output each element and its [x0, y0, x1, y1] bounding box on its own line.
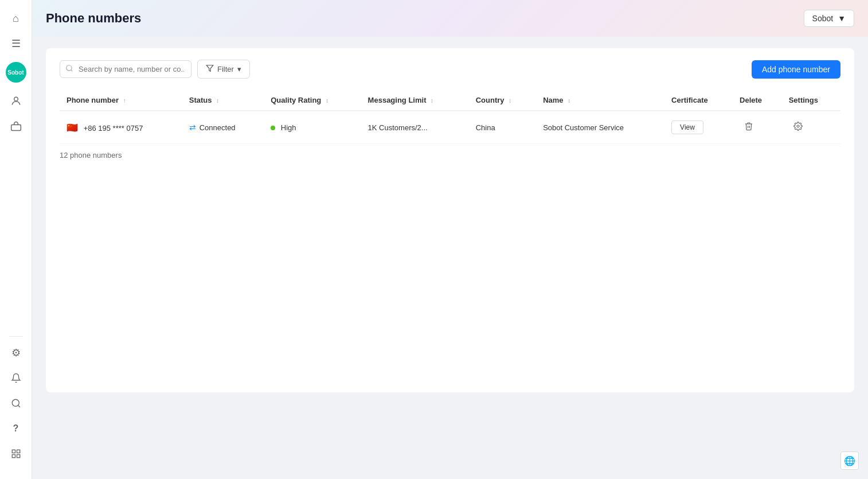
phone-count-label: 12 phone numbers	[60, 151, 840, 159]
row-settings-button[interactable]	[789, 119, 807, 135]
cell-status: ⇄ Connected	[182, 111, 264, 144]
phone-number-value: +86 195 **** 0757	[84, 124, 143, 133]
svg-point-0	[14, 97, 18, 101]
add-phone-number-button[interactable]: Add phone number	[752, 60, 840, 79]
col-certificate: Certificate	[664, 90, 733, 111]
globe-icon[interactable]: 🌐	[840, 451, 859, 470]
svg-point-7	[67, 65, 72, 71]
main-content: Phone numbers Sobot ▼	[32, 0, 868, 479]
settings-icon[interactable]: ⚙	[5, 341, 28, 364]
col-delete: Delete	[733, 90, 782, 111]
svg-rect-4	[17, 450, 19, 453]
contacts-icon[interactable]	[5, 89, 28, 112]
col-status: Status ↕	[182, 90, 264, 111]
menu-icon[interactable]: ☰	[5, 32, 28, 55]
quality-value: High	[281, 123, 296, 132]
svg-point-2	[12, 399, 19, 406]
table-header-row: Phone number ↑ Status ↕ Quality Rating ↕	[60, 90, 840, 111]
phone-numbers-table: Phone number ↑ Status ↕ Quality Rating ↕	[60, 90, 840, 144]
sort-quality-icon[interactable]: ↕	[326, 98, 329, 104]
sort-status-icon[interactable]: ↕	[216, 98, 219, 104]
col-country: Country ↕	[469, 90, 536, 111]
cell-phone-number: 🇨🇳 +86 195 **** 0757	[60, 111, 182, 144]
search-bottom-icon[interactable]	[5, 392, 28, 415]
cell-delete	[733, 111, 782, 144]
user-name: Sobot	[812, 14, 834, 23]
col-settings: Settings	[782, 90, 840, 111]
dropdown-chevron-icon: ▼	[838, 14, 846, 23]
view-certificate-button[interactable]: View	[671, 120, 703, 134]
col-name: Name ↕	[536, 90, 664, 111]
user-dropdown-button[interactable]: Sobot ▼	[804, 10, 854, 27]
header: Phone numbers Sobot ▼	[32, 0, 868, 37]
col-phone-number: Phone number ↑	[60, 90, 182, 111]
filter-chevron-icon: ▾	[237, 65, 241, 73]
cell-settings	[782, 111, 840, 144]
cell-quality-rating: High	[264, 111, 361, 144]
connected-status-icon: ⇄	[189, 123, 196, 132]
home-icon[interactable]: ⌂	[5, 7, 28, 30]
search-input[interactable]	[60, 60, 191, 78]
filter-label: Filter	[217, 65, 234, 73]
col-quality-rating: Quality Rating ↕	[264, 90, 361, 111]
avatar[interactable]: Sobot	[6, 62, 26, 83]
sort-messaging-icon[interactable]: ↕	[431, 98, 433, 104]
quality-dot-icon	[271, 126, 275, 130]
delete-button[interactable]	[740, 119, 758, 135]
svg-marker-8	[206, 65, 213, 72]
filter-icon	[206, 64, 214, 74]
cell-name: Sobot Customer Service	[536, 111, 664, 144]
svg-rect-1	[11, 125, 21, 131]
sidebar: ⌂ ☰ Sobot ⚙ ?	[0, 0, 32, 479]
sort-country-icon[interactable]: ↕	[509, 98, 511, 104]
cell-certificate: View	[664, 111, 733, 144]
cell-country: China	[469, 111, 536, 144]
table-row: 🇨🇳 +86 195 **** 0757 ⇄ Connected High	[60, 111, 840, 144]
svg-rect-6	[17, 455, 19, 458]
search-icon	[65, 64, 73, 74]
search-wrap	[60, 60, 191, 78]
bell-icon[interactable]	[5, 367, 28, 390]
phone-flag: 🇨🇳	[67, 123, 78, 133]
filter-button[interactable]: Filter ▾	[197, 60, 250, 79]
sort-phone-number-icon[interactable]: ↑	[123, 98, 126, 104]
name-value: Sobot Customer Service	[543, 123, 624, 132]
toolbar-left: Filter ▾	[60, 60, 250, 79]
sort-name-icon[interactable]: ↕	[568, 98, 570, 104]
page-title: Phone numbers	[46, 11, 141, 26]
messaging-limit-value: 1K Customers/2...	[368, 123, 428, 132]
svg-point-9	[797, 125, 799, 127]
cell-messaging-limit: 1K Customers/2...	[361, 111, 469, 144]
sidebar-divider	[9, 336, 23, 337]
country-value: China	[476, 123, 495, 132]
briefcase-icon[interactable]	[5, 115, 28, 138]
table-icon[interactable]	[5, 442, 28, 465]
help-icon[interactable]: ?	[5, 417, 28, 440]
svg-rect-3	[12, 450, 15, 453]
svg-rect-5	[12, 455, 15, 458]
col-messaging-limit: Messaging Limit ↕	[361, 90, 469, 111]
toolbar: Filter ▾ Add phone number	[60, 60, 840, 79]
content-area: Filter ▾ Add phone number Phone number ↑	[32, 37, 868, 479]
status-value: Connected	[200, 123, 236, 132]
phone-numbers-card: Filter ▾ Add phone number Phone number ↑	[46, 48, 854, 392]
